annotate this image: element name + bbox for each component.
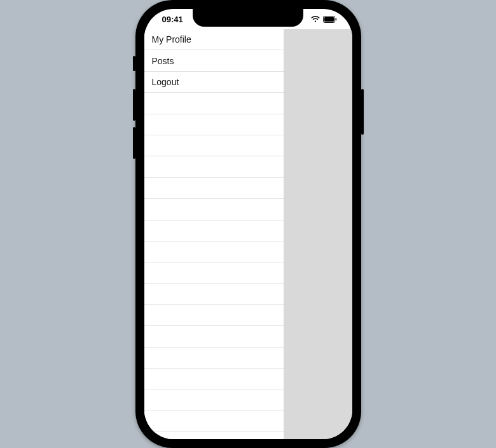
drawer-empty-row: [144, 156, 284, 177]
drawer-empty-row: [144, 390, 284, 411]
drawer-empty-row: [144, 178, 284, 199]
drawer-item[interactable]: My Profile: [144, 29, 284, 50]
volume-up-button[interactable]: [133, 89, 135, 121]
drawer-empty-row: [144, 411, 284, 432]
notch: [193, 9, 303, 27]
status-time: 09:41: [162, 15, 183, 24]
volume-down-button[interactable]: [133, 127, 135, 159]
status-indicators: [310, 16, 337, 23]
drawer-empty-row: [144, 241, 284, 262]
drawer-item[interactable]: Logout: [144, 72, 284, 93]
drawer-empty-row: [144, 348, 284, 369]
screen: 09:41 My ProfilePostsLogout: [144, 9, 352, 439]
wifi-icon: [310, 16, 320, 23]
drawer-empty-row: [144, 114, 284, 135]
drawer-item-label: Logout: [152, 77, 179, 87]
phone-frame: 09:41 My ProfilePostsLogout: [135, 0, 361, 448]
drawer-empty-row: [144, 93, 284, 114]
drawer-item-label: Posts: [152, 56, 174, 66]
drawer-item[interactable]: Posts: [144, 50, 284, 71]
drawer-empty-row: [144, 369, 284, 390]
drawer-empty-row: [144, 221, 284, 241]
drawer-item-label: My Profile: [152, 34, 191, 44]
main-content-dimmed[interactable]: My ProfilePostsLogout: [144, 29, 352, 439]
drawer-empty-row: [144, 284, 284, 305]
svg-rect-2: [335, 18, 336, 20]
side-drawer: My ProfilePostsLogout: [144, 29, 284, 439]
battery-icon: [323, 16, 337, 23]
mute-switch[interactable]: [133, 56, 135, 71]
drawer-empty-row: [144, 262, 284, 283]
svg-rect-1: [324, 17, 334, 22]
power-button[interactable]: [361, 89, 364, 135]
drawer-empty-row: [144, 135, 284, 156]
drawer-empty-row: [144, 326, 284, 347]
drawer-empty-row: [144, 305, 284, 326]
drawer-empty-row: [144, 199, 284, 220]
